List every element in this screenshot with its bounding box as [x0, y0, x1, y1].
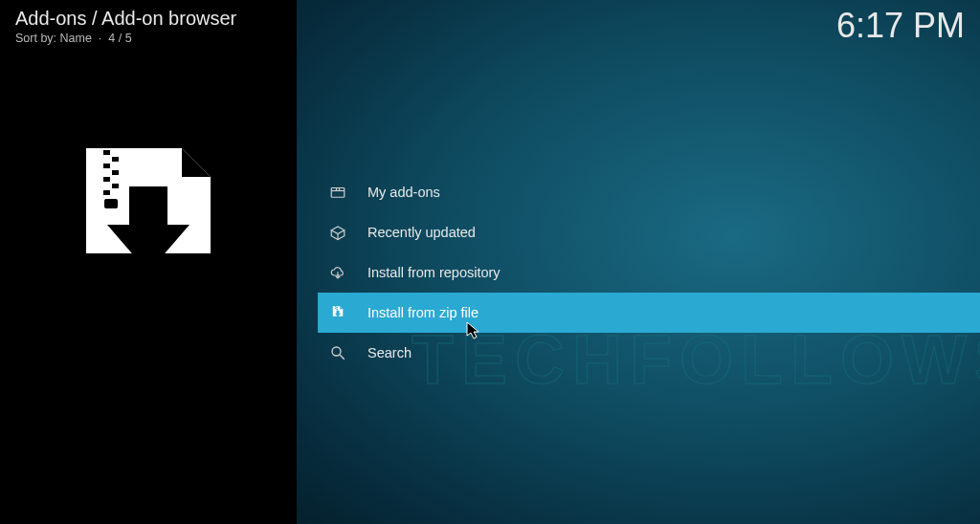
clock: 6:17 PM — [836, 6, 965, 46]
svg-rect-9 — [331, 188, 345, 198]
zip-file-icon — [327, 302, 348, 323]
menu-item-label: My add-ons — [368, 185, 440, 200]
svg-rect-17 — [335, 308, 337, 309]
menu-item-label: Install from zip file — [368, 305, 479, 320]
svg-rect-4 — [112, 170, 119, 175]
menu-item-my-addons[interactable]: My add-ons — [318, 172, 980, 212]
svg-rect-16 — [337, 307, 339, 308]
menu-item-label: Install from repository — [368, 265, 501, 280]
header-bar: Add-ons / Add-on browser Sort by: Name ·… — [15, 8, 965, 46]
svg-rect-5 — [103, 177, 110, 182]
menu-item-label: Recently updated — [368, 225, 476, 240]
search-icon — [327, 342, 348, 363]
svg-line-20 — [340, 355, 345, 360]
cloud-down-icon — [327, 262, 348, 283]
svg-rect-2 — [112, 157, 119, 162]
menu-item-recently-updated[interactable]: Recently updated — [318, 212, 980, 252]
svg-rect-8 — [104, 199, 118, 208]
svg-point-19 — [332, 347, 341, 356]
open-box-icon — [327, 222, 348, 243]
addon-browser-menu: My add-ons Recently updated Install — [318, 172, 980, 373]
sort-line: Sort by: Name · 4 / 5 — [15, 32, 236, 45]
svg-rect-1 — [103, 150, 110, 155]
svg-rect-7 — [103, 190, 110, 195]
sort-label: Sort by: — [15, 32, 56, 45]
svg-rect-6 — [112, 184, 119, 188]
svg-rect-18 — [337, 309, 339, 310]
menu-item-label: Search — [368, 345, 412, 360]
menu-item-install-from-zip[interactable]: Install from zip file — [318, 293, 980, 333]
list-position: 4 / 5 — [108, 32, 131, 45]
menu-item-install-from-repository[interactable]: Install from repository — [318, 252, 980, 293]
svg-rect-3 — [103, 164, 110, 168]
sort-value: Name — [60, 32, 92, 45]
zip-download-art-icon — [67, 143, 230, 287]
box-icon — [327, 182, 348, 203]
left-panel — [0, 0, 297, 524]
breadcrumb: Add-ons / Add-on browser — [15, 8, 236, 30]
menu-item-search[interactable]: Search — [318, 333, 980, 373]
svg-rect-15 — [335, 306, 337, 307]
